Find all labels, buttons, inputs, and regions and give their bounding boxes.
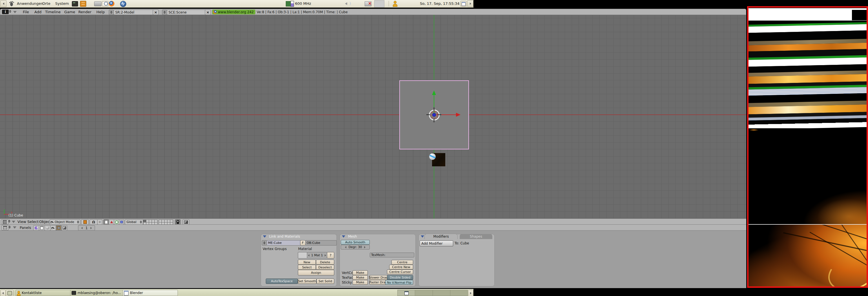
menu-orte[interactable]: Orte: [42, 1, 51, 6]
no-vnormal-flip-toggle[interactable]: No V.Normal Flip: [385, 280, 413, 285]
vgroup-deselect-button[interactable]: Deselect: [316, 265, 334, 270]
menu-view[interactable]: View: [18, 219, 26, 224]
header-collapse-icon[interactable]: [13, 11, 17, 13]
layer-5[interactable]: [155, 220, 157, 222]
context-scene-button[interactable]: [61, 225, 67, 231]
vertcol-make-button[interactable]: Make: [352, 270, 368, 275]
fake-user-button[interactable]: F: [300, 240, 306, 245]
context-logic-button[interactable]: [33, 225, 39, 231]
layer-15[interactable]: [155, 223, 157, 225]
menu-anwendungen[interactable]: Anwendungen: [17, 1, 43, 6]
cpu-chip-icon[interactable]: [286, 1, 291, 6]
layer-8[interactable]: [164, 220, 167, 222]
mode-dropdown[interactable]: Object Mode: [50, 219, 80, 225]
material-index-stepper[interactable]: 1 Mat 1: [307, 252, 327, 259]
panel-collapse-icon[interactable]: [421, 235, 424, 238]
workspace-1-active[interactable]: [398, 290, 415, 296]
workspace-pager[interactable]: [397, 290, 468, 296]
window-type-stepper[interactable]: [9, 10, 11, 13]
vgroup-select-button[interactable]: Select: [298, 265, 316, 270]
panel-collapse-icon[interactable]: [342, 235, 345, 238]
layer-10[interactable]: [170, 220, 173, 222]
gnome-foot-icon[interactable]: [8, 1, 14, 6]
panel-hide-button-right[interactable]: [467, 0, 473, 7]
menu-game[interactable]: Game: [64, 10, 75, 14]
sphere-widget-icon[interactable]: [429, 153, 436, 160]
editor-type-grid-icon[interactable]: [1, 219, 8, 225]
terminal-launcher-icon[interactable]: [72, 1, 78, 6]
frame-stepper[interactable]: 1: [78, 225, 95, 231]
screen-close-button[interactable]: ×: [153, 9, 159, 15]
set-solid-button[interactable]: Set Solid: [316, 278, 334, 284]
task-terminal[interactable]: mblaesing@oberon: /ho...: [70, 290, 124, 296]
menu-select[interactable]: Select: [27, 219, 39, 224]
system-monitor-tray-icon[interactable]: [120, 1, 126, 7]
set-smooth-button[interactable]: Set Smooth: [298, 278, 316, 284]
vgroup-new-button[interactable]: New: [298, 260, 316, 265]
autotexspace-toggle[interactable]: AutoTexSpace: [266, 278, 298, 284]
scene-close-button[interactable]: ×: [205, 9, 211, 15]
layer-11[interactable]: [144, 223, 146, 225]
clock-label[interactable]: So, 17. Sep, 17:55:34: [420, 1, 459, 6]
mail-clock-tray-icon[interactable]: [102, 1, 108, 6]
orientation-dropdown[interactable]: Global: [125, 219, 143, 225]
material-help-button[interactable]: ?: [327, 252, 334, 259]
material-prev-icon[interactable]: [308, 254, 309, 257]
editor-type-buttons-icon[interactable]: [1, 225, 9, 230]
degr-up-icon[interactable]: [364, 246, 366, 248]
material-next-icon[interactable]: [324, 254, 326, 257]
show-desktop-button[interactable]: [461, 1, 467, 7]
layer-20[interactable]: [170, 223, 173, 225]
centre-button[interactable]: Centre: [392, 260, 413, 265]
menu-add[interactable]: Add: [34, 10, 41, 14]
centre-cursor-button[interactable]: Centre Cursor: [387, 269, 413, 274]
mesh-name-field[interactable]: ME:Cube: [267, 240, 302, 245]
context-shading-button[interactable]: [44, 225, 51, 231]
workspace-4[interactable]: [451, 290, 468, 296]
auto-smooth-toggle[interactable]: Auto Smooth: [341, 240, 370, 245]
keyboard-tray-icon[interactable]: [94, 1, 101, 6]
buttons-editor-stepper[interactable]: [8, 226, 11, 229]
menu-help[interactable]: Help: [96, 10, 105, 14]
vgroup-assign-button[interactable]: Assign: [298, 270, 334, 275]
file-cabinet-launcher-icon[interactable]: [80, 1, 86, 7]
3d-viewport[interactable]: x (1) Cube: [0, 15, 746, 218]
workspace-3[interactable]: [433, 290, 451, 296]
panel-hide-button[interactable]: [0, 0, 6, 7]
cpu-frequency-label[interactable]: 600 MHz: [295, 1, 311, 6]
texmesh-field[interactable]: TexMesh:: [370, 253, 414, 257]
menu-file[interactable]: File: [23, 10, 29, 14]
vgroup-delete-button[interactable]: Delete: [316, 260, 334, 265]
task-kontaktliste[interactable]: Kontaktliste: [16, 290, 72, 296]
cpu-gauge-icon[interactable]: [290, 1, 294, 7]
volume-tray-icon[interactable]: [345, 1, 350, 6]
layer-17[interactable]: [162, 223, 164, 225]
editor-type-stepper[interactable]: [8, 219, 10, 223]
layer-4[interactable]: [152, 220, 154, 222]
tab-modifiers[interactable]: Modifiers: [425, 234, 457, 239]
context-script-button[interactable]: [39, 225, 45, 231]
context-object-button[interactable]: [50, 225, 56, 231]
scene-browse-button[interactable]: [162, 9, 167, 15]
manipulator-y-arrowhead[interactable]: [432, 90, 436, 95]
manipulator-x-arrowhead[interactable]: [456, 113, 461, 117]
scene-name-field[interactable]: SCE:Scene: [167, 9, 207, 15]
menu-timeline[interactable]: Timeline: [45, 10, 61, 14]
slower-draw-button[interactable]: Slower Draw: [369, 275, 388, 280]
frame-prev-icon[interactable]: [81, 227, 83, 229]
context-editing-button[interactable]: [56, 225, 62, 231]
panel-collapse-icon[interactable]: [263, 235, 266, 238]
degr-stepper[interactable]: Degr: 30: [341, 245, 370, 249]
manipulator-rotate-toggle[interactable]: [114, 219, 119, 225]
sticky-make-button[interactable]: Make: [352, 280, 368, 285]
lock-layers-toggle[interactable]: [175, 219, 181, 225]
layer-buttons-group2[interactable]: [159, 219, 173, 225]
menu-object[interactable]: Object: [39, 219, 51, 224]
tab-shapes[interactable]: Shapes: [460, 234, 492, 239]
taskbar-hide-right-button[interactable]: [468, 290, 473, 296]
move-widget-button[interactable]: ✛: [97, 219, 102, 225]
manipulator-scale-toggle[interactable]: [119, 219, 124, 225]
pivot-dropdown[interactable]: Ω: [90, 219, 97, 225]
viewport-collapse-icon[interactable]: [12, 221, 15, 223]
version-badge[interactable]: www.blender.org 242: [212, 9, 255, 14]
